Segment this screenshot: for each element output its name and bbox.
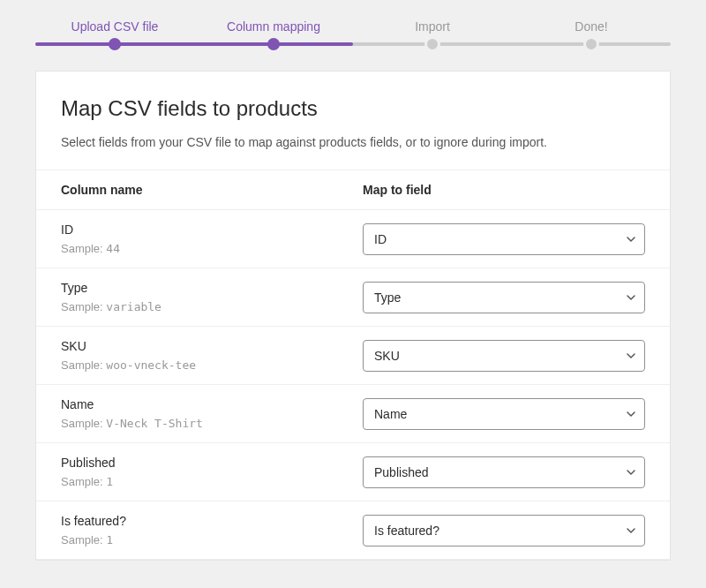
column-sample: Sample: V-Neck T-Shirt bbox=[61, 417, 363, 430]
progress-dot-upload bbox=[109, 38, 121, 50]
column-sample: Sample: woo-vneck-tee bbox=[61, 358, 363, 372]
page-description: Select fields from your CSV file to map … bbox=[61, 133, 645, 152]
column-label: Name bbox=[61, 397, 363, 411]
progress-step-upload[interactable]: Upload CSV file bbox=[35, 19, 194, 34]
table-header-column-name: Column name bbox=[61, 183, 363, 197]
progress-step-mapping[interactable]: Column mapping bbox=[194, 19, 353, 34]
table-header-map-to-field: Map to field bbox=[363, 183, 645, 197]
progress-step-import: Import bbox=[353, 19, 512, 34]
table-row: Type Sample: variable Type bbox=[36, 268, 670, 327]
column-sample: Sample: 1 bbox=[61, 533, 363, 547]
column-label: SKU bbox=[61, 339, 363, 353]
progress-steps: Upload CSV file Column mapping Import Do… bbox=[35, 19, 671, 34]
mapping-card: Map CSV fields to products Select fields… bbox=[35, 71, 671, 561]
progress-dot-import bbox=[424, 36, 440, 52]
map-field-select[interactable]: ID bbox=[363, 223, 645, 255]
column-sample: Sample: 1 bbox=[61, 475, 363, 488]
column-sample: Sample: variable bbox=[61, 300, 363, 313]
progress-step-done: Done! bbox=[512, 19, 671, 34]
table-row: Published Sample: 1 Published bbox=[36, 443, 670, 501]
map-field-select[interactable]: Is featured? bbox=[363, 515, 645, 547]
progress-dot-done bbox=[583, 36, 599, 52]
card-header: Map CSV fields to products Select fields… bbox=[36, 72, 670, 170]
column-label: ID bbox=[61, 222, 363, 237]
table-row: ID Sample: 44 ID bbox=[36, 210, 670, 268]
column-sample: Sample: 44 bbox=[61, 242, 363, 255]
progress-fill bbox=[35, 42, 353, 46]
progress-dot-mapping bbox=[267, 38, 280, 50]
column-label: Type bbox=[61, 281, 363, 295]
map-field-select[interactable]: SKU bbox=[363, 340, 645, 372]
page-title: Map CSV fields to products bbox=[61, 96, 645, 121]
progress-track bbox=[35, 42, 671, 46]
map-field-select[interactable]: Type bbox=[363, 282, 645, 313]
column-label: Published bbox=[61, 456, 363, 470]
table-row: Is featured? Sample: 1 Is featured? bbox=[36, 501, 670, 560]
map-field-select[interactable]: Published bbox=[363, 456, 645, 488]
table-row: SKU Sample: woo-vneck-tee SKU bbox=[36, 327, 670, 385]
column-label: Is featured? bbox=[61, 514, 363, 528]
table-header: Column name Map to field bbox=[36, 170, 670, 210]
import-progress-bar: Upload CSV file Column mapping Import Do… bbox=[0, 0, 706, 71]
table-row: Name Sample: V-Neck T-Shirt Name bbox=[36, 385, 670, 443]
map-field-select[interactable]: Name bbox=[363, 398, 645, 430]
